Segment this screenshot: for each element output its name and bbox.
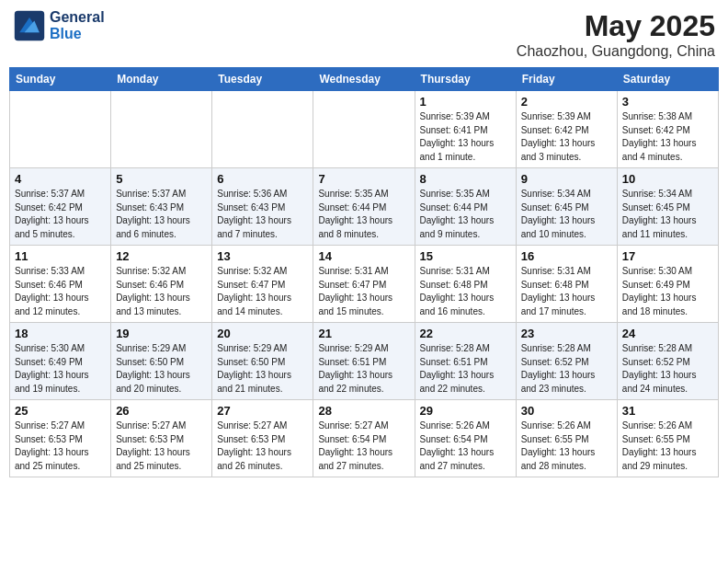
day-number: 27 bbox=[217, 404, 308, 418]
day-info: Sunrise: 5:27 AM Sunset: 6:53 PM Dayligh… bbox=[116, 419, 207, 473]
day-number: 19 bbox=[116, 327, 207, 340]
day-number: 10 bbox=[622, 172, 713, 186]
location-title: Chaozhou, Guangdong, China bbox=[517, 43, 715, 60]
day-cell: 28Sunrise: 5:27 AM Sunset: 6:54 PM Dayli… bbox=[313, 400, 415, 477]
day-info: Sunrise: 5:29 AM Sunset: 6:51 PM Dayligh… bbox=[318, 342, 409, 396]
day-number: 13 bbox=[217, 249, 308, 263]
day-number: 16 bbox=[521, 249, 612, 263]
day-cell: 13Sunrise: 5:32 AM Sunset: 6:47 PM Dayli… bbox=[212, 246, 313, 323]
day-info: Sunrise: 5:32 AM Sunset: 6:46 PM Dayligh… bbox=[116, 265, 207, 318]
day-number: 7 bbox=[318, 172, 409, 186]
logo-icon bbox=[13, 9, 46, 42]
day-info: Sunrise: 5:36 AM Sunset: 6:43 PM Dayligh… bbox=[217, 188, 308, 241]
day-number: 1 bbox=[420, 95, 511, 109]
title-block: May 2025 Chaozhou, Guangdong, China bbox=[517, 9, 715, 60]
day-info: Sunrise: 5:34 AM Sunset: 6:45 PM Dayligh… bbox=[521, 188, 612, 241]
day-cell: 1Sunrise: 5:39 AM Sunset: 6:41 PM Daylig… bbox=[415, 91, 516, 168]
day-number: 8 bbox=[420, 172, 511, 186]
day-cell: 3Sunrise: 5:38 AM Sunset: 6:42 PM Daylig… bbox=[617, 91, 718, 168]
weekday-header-saturday: Saturday bbox=[617, 68, 718, 91]
day-number: 6 bbox=[217, 172, 308, 186]
weekday-header-row: SundayMondayTuesdayWednesdayThursdayFrid… bbox=[10, 68, 719, 91]
day-cell: 20Sunrise: 5:29 AM Sunset: 6:50 PM Dayli… bbox=[212, 323, 313, 400]
day-cell: 24Sunrise: 5:28 AM Sunset: 6:52 PM Dayli… bbox=[617, 323, 718, 400]
day-cell: 4Sunrise: 5:37 AM Sunset: 6:42 PM Daylig… bbox=[10, 168, 111, 246]
day-info: Sunrise: 5:31 AM Sunset: 6:47 PM Dayligh… bbox=[318, 265, 409, 318]
day-info: Sunrise: 5:34 AM Sunset: 6:45 PM Dayligh… bbox=[622, 188, 713, 241]
day-number: 30 bbox=[521, 404, 612, 418]
calendar-table: SundayMondayTuesdayWednesdayThursdayFrid… bbox=[9, 67, 719, 477]
day-cell bbox=[111, 91, 212, 168]
day-cell: 25Sunrise: 5:27 AM Sunset: 6:53 PM Dayli… bbox=[10, 400, 111, 477]
day-number: 17 bbox=[622, 249, 713, 263]
day-info: Sunrise: 5:31 AM Sunset: 6:48 PM Dayligh… bbox=[521, 265, 612, 318]
day-info: Sunrise: 5:26 AM Sunset: 6:55 PM Dayligh… bbox=[521, 419, 612, 473]
weekday-header-friday: Friday bbox=[516, 68, 617, 91]
day-number: 11 bbox=[15, 249, 106, 263]
week-row-4: 18Sunrise: 5:30 AM Sunset: 6:49 PM Dayli… bbox=[10, 323, 719, 400]
day-cell bbox=[313, 91, 415, 168]
day-info: Sunrise: 5:35 AM Sunset: 6:44 PM Dayligh… bbox=[420, 188, 511, 241]
day-cell: 7Sunrise: 5:35 AM Sunset: 6:44 PM Daylig… bbox=[313, 168, 415, 246]
day-info: Sunrise: 5:28 AM Sunset: 6:52 PM Dayligh… bbox=[521, 342, 612, 396]
day-number: 14 bbox=[318, 249, 409, 263]
month-title: May 2025 bbox=[517, 9, 715, 43]
day-info: Sunrise: 5:30 AM Sunset: 6:49 PM Dayligh… bbox=[622, 265, 713, 318]
day-cell: 2Sunrise: 5:39 AM Sunset: 6:42 PM Daylig… bbox=[516, 91, 617, 168]
day-info: Sunrise: 5:26 AM Sunset: 6:54 PM Dayligh… bbox=[420, 419, 511, 473]
day-info: Sunrise: 5:31 AM Sunset: 6:48 PM Dayligh… bbox=[420, 265, 511, 318]
day-number: 3 bbox=[622, 95, 713, 109]
day-info: Sunrise: 5:28 AM Sunset: 6:52 PM Dayligh… bbox=[622, 342, 713, 396]
day-info: Sunrise: 5:37 AM Sunset: 6:42 PM Dayligh… bbox=[15, 188, 106, 241]
day-number: 23 bbox=[521, 327, 612, 340]
day-cell: 8Sunrise: 5:35 AM Sunset: 6:44 PM Daylig… bbox=[415, 168, 516, 246]
day-cell: 22Sunrise: 5:28 AM Sunset: 6:51 PM Dayli… bbox=[415, 323, 516, 400]
day-cell: 27Sunrise: 5:27 AM Sunset: 6:53 PM Dayli… bbox=[212, 400, 313, 477]
day-info: Sunrise: 5:32 AM Sunset: 6:47 PM Dayligh… bbox=[217, 265, 308, 318]
day-number: 18 bbox=[15, 327, 106, 340]
day-cell: 23Sunrise: 5:28 AM Sunset: 6:52 PM Dayli… bbox=[516, 323, 617, 400]
weekday-header-thursday: Thursday bbox=[415, 68, 516, 91]
day-info: Sunrise: 5:28 AM Sunset: 6:51 PM Dayligh… bbox=[420, 342, 511, 396]
day-cell bbox=[10, 91, 111, 168]
day-number: 28 bbox=[318, 404, 409, 418]
day-cell: 12Sunrise: 5:32 AM Sunset: 6:46 PM Dayli… bbox=[111, 246, 212, 323]
day-number: 29 bbox=[420, 404, 511, 418]
day-info: Sunrise: 5:35 AM Sunset: 6:44 PM Dayligh… bbox=[318, 188, 409, 241]
day-cell: 29Sunrise: 5:26 AM Sunset: 6:54 PM Dayli… bbox=[415, 400, 516, 477]
day-cell bbox=[212, 91, 313, 168]
week-row-3: 11Sunrise: 5:33 AM Sunset: 6:46 PM Dayli… bbox=[10, 246, 719, 323]
weekday-header-sunday: Sunday bbox=[10, 68, 111, 91]
day-cell: 18Sunrise: 5:30 AM Sunset: 6:49 PM Dayli… bbox=[10, 323, 111, 400]
day-info: Sunrise: 5:27 AM Sunset: 6:54 PM Dayligh… bbox=[318, 419, 409, 473]
logo-text: General Blue bbox=[50, 9, 105, 41]
day-info: Sunrise: 5:26 AM Sunset: 6:55 PM Dayligh… bbox=[622, 419, 713, 473]
day-cell: 10Sunrise: 5:34 AM Sunset: 6:45 PM Dayli… bbox=[617, 168, 718, 246]
day-number: 12 bbox=[116, 249, 207, 263]
day-cell: 30Sunrise: 5:26 AM Sunset: 6:55 PM Dayli… bbox=[516, 400, 617, 477]
day-cell: 19Sunrise: 5:29 AM Sunset: 6:50 PM Dayli… bbox=[111, 323, 212, 400]
day-number: 15 bbox=[420, 249, 511, 263]
day-number: 31 bbox=[622, 404, 713, 418]
weekday-header-wednesday: Wednesday bbox=[313, 68, 415, 91]
day-cell: 21Sunrise: 5:29 AM Sunset: 6:51 PM Dayli… bbox=[313, 323, 415, 400]
day-cell: 26Sunrise: 5:27 AM Sunset: 6:53 PM Dayli… bbox=[111, 400, 212, 477]
weekday-header-monday: Monday bbox=[111, 68, 212, 91]
day-cell: 11Sunrise: 5:33 AM Sunset: 6:46 PM Dayli… bbox=[10, 246, 111, 323]
week-row-1: 1Sunrise: 5:39 AM Sunset: 6:41 PM Daylig… bbox=[10, 91, 719, 168]
day-number: 25 bbox=[15, 404, 106, 418]
day-info: Sunrise: 5:39 AM Sunset: 6:42 PM Dayligh… bbox=[521, 110, 612, 164]
day-info: Sunrise: 5:27 AM Sunset: 6:53 PM Dayligh… bbox=[217, 419, 308, 473]
day-info: Sunrise: 5:29 AM Sunset: 6:50 PM Dayligh… bbox=[116, 342, 207, 396]
week-row-2: 4Sunrise: 5:37 AM Sunset: 6:42 PM Daylig… bbox=[10, 168, 719, 246]
day-info: Sunrise: 5:37 AM Sunset: 6:43 PM Dayligh… bbox=[116, 188, 207, 241]
day-info: Sunrise: 5:27 AM Sunset: 6:53 PM Dayligh… bbox=[15, 419, 106, 473]
day-number: 2 bbox=[521, 95, 612, 109]
day-cell: 17Sunrise: 5:30 AM Sunset: 6:49 PM Dayli… bbox=[617, 246, 718, 323]
day-cell: 9Sunrise: 5:34 AM Sunset: 6:45 PM Daylig… bbox=[516, 168, 617, 246]
page-header: General Blue May 2025 Chaozhou, Guangdon… bbox=[9, 9, 719, 60]
day-cell: 14Sunrise: 5:31 AM Sunset: 6:47 PM Dayli… bbox=[313, 246, 415, 323]
day-cell: 31Sunrise: 5:26 AM Sunset: 6:55 PM Dayli… bbox=[617, 400, 718, 477]
day-info: Sunrise: 5:30 AM Sunset: 6:49 PM Dayligh… bbox=[15, 342, 106, 396]
day-cell: 16Sunrise: 5:31 AM Sunset: 6:48 PM Dayli… bbox=[516, 246, 617, 323]
